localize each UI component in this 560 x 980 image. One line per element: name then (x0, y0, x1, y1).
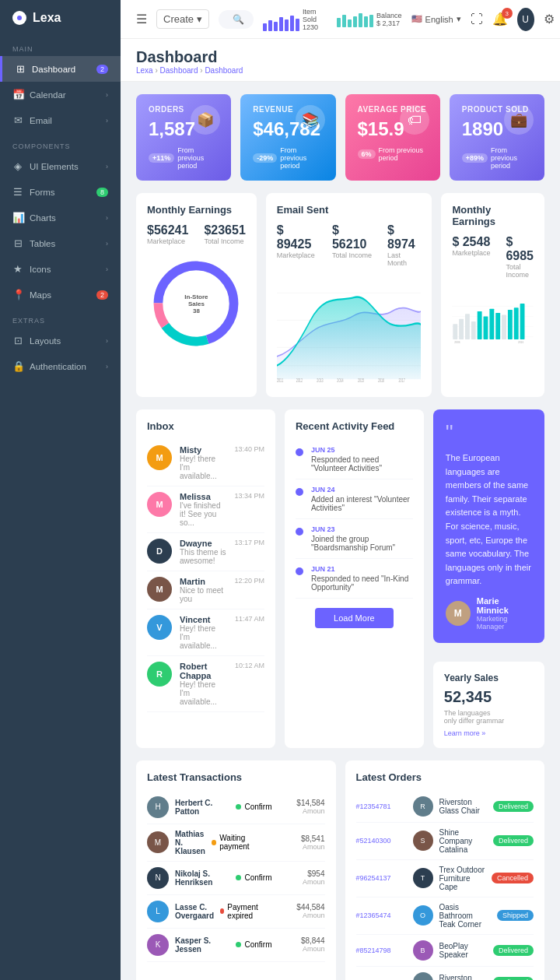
email-sent-title: Email Sent (277, 204, 422, 216)
activity-content-1: JUN 24 Added an interest "Volunteer Acti… (311, 486, 413, 512)
sidebar-item-icons[interactable]: ★ Icons › (0, 256, 121, 282)
sidebar-item-tables[interactable]: ⊟ Tables › (0, 230, 121, 256)
email-total-amount: $ 56210 Total Income (332, 223, 372, 267)
total-income-left: $23651 Total Income (204, 223, 245, 245)
forms-badge: 8 (96, 188, 108, 197)
stat-item-balance: Balance $ 2,317 (337, 12, 402, 27)
ui-elements-icon: ◈ (12, 160, 23, 172)
svg-text:2006: 2006 (455, 341, 460, 344)
maps-badge: 2 (96, 290, 108, 300)
trans-avatar-4: K (147, 934, 169, 956)
sidebar-item-layouts[interactable]: ⊡ Layouts › (0, 328, 121, 353)
language-selector[interactable]: 🇺🇸 English ▾ (411, 14, 461, 24)
order-id-4: #85214798 (356, 947, 407, 954)
trans-status-3: Payment expired (220, 903, 271, 920)
expand-button[interactable]: ⛶ (471, 12, 483, 26)
total-income-right: $ 6985 Total Income (506, 235, 534, 279)
svg-rect-30 (520, 304, 525, 339)
order-id-0: #12354781 (356, 803, 407, 810)
sidebar-item-email[interactable]: ✉ Email › (0, 107, 121, 133)
notification-button[interactable]: 🔔 3 (492, 12, 508, 26)
orders-card: Latest Orders #12354781 R Riverston Glas… (345, 760, 545, 980)
sidebar-item-forms[interactable]: ☰ Forms 8 (0, 179, 121, 205)
create-button[interactable]: Create ▾ (156, 9, 209, 29)
breadcrumb-dashboard2: Dashboard (205, 66, 243, 75)
flag-icon: 🇺🇸 (411, 14, 422, 24)
email-marketplace-amount: $ 89425 Marketplace (277, 223, 317, 267)
order-badge-4: Delivered (493, 945, 534, 956)
activity-content-3: JUN 21 Responded to need "In-Kind Opport… (311, 565, 413, 592)
trans-avatar-0: H (147, 796, 169, 818)
settings-icon[interactable]: ⚙ (544, 12, 555, 26)
trans-avatar-3: L (147, 901, 169, 922)
breadcrumb-lexa: Lexa (136, 66, 153, 75)
status-dot-green (236, 942, 241, 947)
sidebar-item-authentication[interactable]: 🔒 Authentication › (0, 353, 121, 379)
sidebar-item-dashboard[interactable]: ⊞ Dashboard 2 (0, 56, 121, 82)
order-name-4: BeoPlay Speaker (439, 942, 487, 959)
order-avatar-0: R (413, 796, 433, 817)
inbox-item-misty: M Misty Hey! there I'm available... 13:4… (147, 440, 264, 486)
trans-status-2: Confirm (236, 873, 271, 882)
sidebar-item-ui-elements[interactable]: ◈ UI Elements › (0, 153, 121, 179)
orders-card: ORDERS 1,587 +11% From previous period 📦 (136, 94, 231, 181)
balance-bar-chart (337, 13, 373, 27)
sidebar-item-label: Dashboard (32, 65, 75, 74)
activity-content-2: JUN 23 Joined the group "Boardsmanship F… (311, 525, 413, 552)
order-badge-3: Shipped (497, 910, 534, 921)
stat-item-sold: Item Sold 1230 (263, 8, 324, 31)
logo-icon (12, 11, 26, 25)
email-sent-amounts: $ 89425 Marketplace $ 56210 Total Income… (277, 223, 422, 267)
chevron-right-icon: › (106, 117, 108, 125)
inbox-content-vincent: Vincent Hey! there I'm available... (180, 615, 227, 650)
revenue-icon: 📚 (296, 105, 325, 135)
activity-dot-1 (296, 488, 303, 496)
user-avatar[interactable]: U (517, 8, 534, 31)
inbox-content-dwayne: Dwayne This theme is awesome! (180, 539, 226, 565)
total-income-value-right: $ 6985 (506, 235, 534, 263)
chevron-right-icon: › (106, 240, 108, 248)
chevron-right-icon: › (106, 214, 108, 222)
svg-text:2012: 2012 (296, 377, 303, 382)
sidebar-item-calendar[interactable]: 📅 Calendar › (0, 82, 121, 107)
activity-dot-2 (296, 528, 303, 536)
content: ORDERS 1,587 +11% From previous period 📦… (121, 82, 560, 980)
marketplace-label-right: Marketplace (452, 249, 490, 257)
monthly-earnings-right-card: Monthly Earnings $ 2548 Marketplace $ 69… (441, 193, 544, 397)
svg-rect-23 (478, 311, 482, 339)
yearly-sales-link[interactable]: Learn more » (444, 729, 505, 737)
inbox-preview-dwayne: This theme is awesome! (180, 548, 226, 565)
section-label-extras: EXTRAS (0, 307, 121, 328)
trans-status-0: Confirm (236, 803, 271, 811)
section-label-components: COMPONENTS (0, 133, 121, 153)
bottom-row: Latest Transactions H Herbert C. Patton … (136, 760, 544, 980)
sidebar-item-charts[interactable]: 📊 Charts › (0, 205, 121, 230)
trans-name-0: Herbert C. Patton (175, 799, 229, 816)
sidebar-item-label: Calendar (30, 90, 66, 100)
trans-name-2: Nikolaj S. Henriksen (175, 869, 229, 887)
inbox-time-vincent: 11:47 AM (235, 615, 264, 623)
email-last-month-value: $ 8974 (387, 223, 421, 251)
balance-label: Balance $ 2,317 (376, 12, 402, 27)
order-avatar-3: O (413, 905, 433, 926)
load-more-button[interactable]: Load More (315, 608, 394, 628)
create-label: Create (163, 13, 194, 25)
inbox-time-dwayne: 13:17 PM (234, 539, 264, 546)
yearly-bar-chart (513, 690, 534, 737)
product-change-text: From previous period (491, 146, 532, 170)
email-icon: ✉ (12, 114, 23, 126)
notification-badge: 3 (502, 8, 513, 19)
donut-label: In-StoreSales38 (184, 293, 208, 314)
svg-rect-27 (502, 314, 506, 339)
sidebar-item-maps[interactable]: 📍 Maps 2 (0, 282, 121, 307)
inbox-name-robert: Robert Chappa (180, 662, 227, 680)
trans-name-4: Kasper S. Jessen (175, 936, 229, 954)
revenue-change: -29% From previous period (253, 146, 323, 170)
inbox-time-misty: 13:40 PM (234, 445, 264, 453)
monthly-earnings-right-title: Monthly Earnings (452, 204, 534, 227)
orders-pct: +11% (149, 153, 174, 163)
activity-title: Recent Activity Feed (296, 420, 413, 432)
charts-icon: 📊 (12, 212, 23, 223)
hamburger-icon[interactable]: ☰ (136, 12, 147, 26)
trans-name-1: Mathias N. Klausen (175, 830, 205, 855)
